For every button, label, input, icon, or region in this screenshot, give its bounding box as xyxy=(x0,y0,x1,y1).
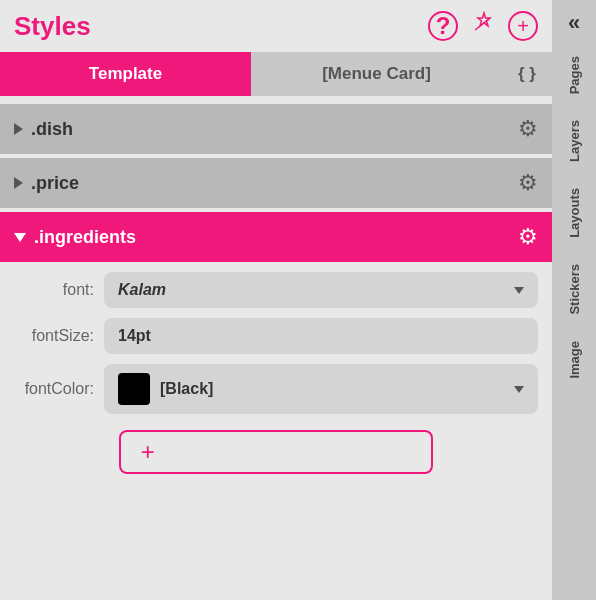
tabs-row: Template [Menue Card] { } xyxy=(0,52,552,96)
fontsize-input[interactable]: 14pt xyxy=(104,318,538,354)
fontcolor-property-row: fontColor: [Black] xyxy=(14,364,538,414)
fontcolor-chevron-icon xyxy=(514,386,524,393)
tab-menue-card[interactable]: [Menue Card] xyxy=(251,52,502,96)
section-price-left: .price xyxy=(14,173,79,194)
fontsize-property-row: fontSize: 14pt xyxy=(14,318,538,354)
magic-icon[interactable] xyxy=(470,10,496,42)
sidebar-item-image[interactable]: Image xyxy=(567,337,582,383)
collapse-ingredients-icon xyxy=(14,233,26,242)
right-sidebar: « Pages Layers Layouts Stickers Image xyxy=(552,0,596,600)
section-dish-label: .dish xyxy=(31,119,73,140)
ingredients-settings-icon[interactable]: ⚙ xyxy=(518,224,538,250)
help-icon[interactable]: ? xyxy=(428,11,458,41)
panel-title: Styles xyxy=(14,11,91,42)
color-swatch[interactable] xyxy=(118,373,150,405)
sidebar-item-layers[interactable]: Layers xyxy=(567,116,582,166)
sidebar-item-layouts[interactable]: Layouts xyxy=(567,184,582,242)
expand-dish-icon xyxy=(14,123,23,135)
font-chevron-icon xyxy=(514,287,524,294)
collapse-sidebar-button[interactable]: « xyxy=(568,10,580,36)
font-selector[interactable]: Kalam xyxy=(104,272,538,308)
section-ingredients-label: .ingredients xyxy=(34,227,136,248)
font-property-row: font: Kalam xyxy=(14,272,538,308)
tab-braces[interactable]: { } xyxy=(502,52,552,96)
font-value: Kalam xyxy=(118,281,166,299)
section-dish[interactable]: .dish ⚙ xyxy=(0,104,552,154)
sidebar-item-stickers[interactable]: Stickers xyxy=(567,260,582,319)
fontsize-value: 14pt xyxy=(118,327,151,345)
section-ingredients[interactable]: .ingredients ⚙ xyxy=(0,212,552,262)
add-property-icon: + xyxy=(141,440,155,464)
font-label: font: xyxy=(14,281,104,299)
section-price[interactable]: .price ⚙ xyxy=(0,158,552,208)
sidebar-item-pages[interactable]: Pages xyxy=(567,52,582,98)
price-settings-icon[interactable]: ⚙ xyxy=(518,170,538,196)
add-property-button[interactable]: + xyxy=(119,430,433,474)
add-style-icon[interactable]: + xyxy=(508,11,538,41)
fontcolor-label: fontColor: xyxy=(14,380,104,398)
header-icons: ? + xyxy=(428,10,538,42)
section-dish-left: .dish xyxy=(14,119,73,140)
expand-price-icon xyxy=(14,177,23,189)
dish-settings-icon[interactable]: ⚙ xyxy=(518,116,538,142)
section-price-label: .price xyxy=(31,173,79,194)
styles-header: Styles ? + xyxy=(0,0,552,52)
fontcolor-value: [Black] xyxy=(160,380,213,398)
section-ingredients-left: .ingredients xyxy=(14,227,136,248)
fontcolor-selector[interactable]: [Black] xyxy=(104,364,538,414)
tab-template[interactable]: Template xyxy=(0,52,251,96)
fontsize-label: fontSize: xyxy=(14,327,104,345)
properties-area: font: Kalam fontSize: 14pt fontColor: [B… xyxy=(0,262,552,484)
main-panel: Styles ? + Template [Menue Card] { } .di… xyxy=(0,0,552,600)
